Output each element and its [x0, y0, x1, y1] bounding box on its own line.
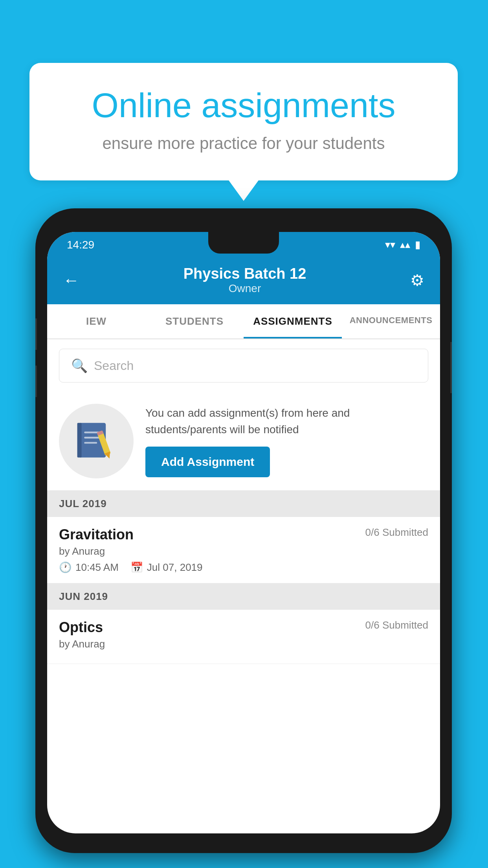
notch	[208, 232, 279, 254]
signal-icon: ▴▴	[400, 239, 410, 251]
assignment-name-optics: Optics	[59, 619, 103, 636]
search-bar[interactable]: 🔍 Search	[59, 349, 428, 383]
clock-icon: 🕐	[59, 561, 72, 574]
svg-rect-1	[77, 423, 82, 458]
header-subtitle: Owner	[183, 282, 306, 295]
assignment-item-optics[interactable]: Optics 0/6 Submitted by Anurag	[47, 610, 440, 664]
assignment-item-gravitation[interactable]: Gravitation 0/6 Submitted by Anurag 🕐 10…	[47, 517, 440, 583]
section-header-jul: JUL 2019	[47, 491, 440, 517]
add-assignment-desc: You can add assignment(s) from here and …	[145, 405, 428, 438]
section-header-jun: JUN 2019	[47, 583, 440, 610]
speech-bubble: Online assignments ensure more practice …	[29, 63, 458, 180]
phone-screen: 14:29 ▾▾ ▴▴ ▮ ← Physics Batch 12 Owner ⚙…	[47, 232, 440, 833]
assignment-date-gravitation: 📅 Jul 07, 2019	[130, 561, 203, 574]
assignment-author-optics: by Anurag	[59, 638, 428, 650]
assignment-top-gravitation: Gravitation 0/6 Submitted	[59, 526, 428, 543]
search-icon: 🔍	[71, 358, 88, 373]
add-assignment-button[interactable]: Add Assignment	[145, 447, 270, 477]
phone-side-power	[450, 342, 452, 393]
content-area: 🔍 Search	[47, 339, 440, 664]
header-center: Physics Batch 12 Owner	[183, 265, 306, 295]
status-icons: ▾▾ ▴▴ ▮	[385, 239, 420, 251]
tab-students[interactable]: STUDENTS	[145, 304, 244, 338]
phone-frame: 14:29 ▾▾ ▴▴ ▮ ← Physics Batch 12 Owner ⚙…	[35, 208, 452, 853]
phone-side-vol-up	[35, 318, 37, 350]
phone-side-vol-down	[35, 366, 37, 397]
settings-button[interactable]: ⚙	[410, 271, 424, 289]
assignment-author-gravitation: by Anurag	[59, 545, 428, 557]
tab-announcements[interactable]: ANNOUNCEMENTS	[342, 304, 440, 338]
assignment-time-gravitation: 🕐 10:45 AM	[59, 561, 119, 574]
app-header: ← Physics Batch 12 Owner ⚙	[47, 257, 440, 304]
calendar-icon: 📅	[130, 561, 143, 574]
assignment-submitted-gravitation: 0/6 Submitted	[365, 526, 428, 539]
search-container: 🔍 Search	[47, 339, 440, 392]
search-placeholder: Search	[94, 359, 134, 373]
status-time: 14:29	[67, 239, 94, 251]
notebook-icon-wrap	[59, 404, 134, 478]
tab-iew[interactable]: IEW	[47, 304, 145, 338]
speech-bubble-container: Online assignments ensure more practice …	[29, 63, 458, 180]
notebook-icon	[75, 419, 118, 463]
assignment-name-gravitation: Gravitation	[59, 526, 134, 543]
back-button[interactable]: ←	[63, 271, 79, 290]
header-title: Physics Batch 12	[183, 265, 306, 282]
assignment-top-optics: Optics 0/6 Submitted	[59, 619, 428, 636]
tab-assignments[interactable]: ASSIGNMENTS	[244, 304, 342, 338]
bubble-subtitle: ensure more practice for your students	[61, 134, 426, 153]
bubble-title: Online assignments	[61, 86, 426, 125]
battery-icon: ▮	[415, 239, 420, 251]
svg-rect-4	[84, 442, 97, 443]
tabs-container: IEW STUDENTS ASSIGNMENTS ANNOUNCEMENTS	[47, 304, 440, 339]
wifi-icon: ▾▾	[385, 239, 395, 251]
add-assignment-info: You can add assignment(s) from here and …	[145, 405, 428, 477]
assignment-meta-gravitation: 🕐 10:45 AM 📅 Jul 07, 2019	[59, 561, 428, 574]
add-assignment-section: You can add assignment(s) from here and …	[47, 392, 440, 491]
assignment-submitted-optics: 0/6 Submitted	[365, 619, 428, 631]
